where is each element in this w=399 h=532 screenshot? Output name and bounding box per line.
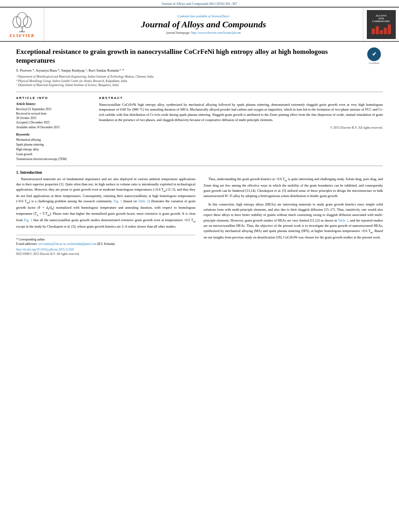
logo-bar-4	[384, 28, 387, 34]
intro-two-col: Nanostructured materials are of fundamen…	[16, 177, 383, 256]
copyright-line: © 2015 Elsevier B.V. All rights reserved…	[99, 126, 383, 129]
footnote-section: * Corresponding author. E-mail addresses…	[16, 235, 195, 256]
fig1-link-2[interactable]: Fig. 1	[24, 218, 32, 222]
abstract-col: ABSTRACT Nanocrystalline CoCrFeNi high e…	[99, 96, 383, 162]
keyword-2: Spark plasma sintering	[16, 142, 93, 147]
keyword-1: Mechanical alloying	[16, 138, 93, 142]
intro-right-para1: Thus, understanding the grain growth kin…	[204, 177, 383, 199]
elsevier-logo: ELSEVIER	[0, 8, 44, 41]
article-info-abstract-section: ARTICLE INFO Article history: Received 2…	[16, 96, 383, 162]
affiliation-a: ᵃ Department of Metallurgical and Materi…	[16, 75, 383, 79]
journal-homepage: journal homepage: http://www.elsevier.co…	[166, 31, 241, 35]
keyword-4: Grain growth	[16, 152, 93, 157]
table1-link-2[interactable]: Table 1	[338, 218, 348, 222]
paper-title-section: Exceptional resistance to grain growth i…	[16, 47, 383, 65]
available-online: Available online 10 December 2015	[16, 125, 93, 129]
journal-right-logo: ALLOYSANDCOMPOUNDS	[363, 8, 399, 41]
svg-point-0	[16, 12, 28, 27]
fig1-link[interactable]: Fig. 1	[113, 199, 122, 203]
keywords-label: Keywords:	[16, 133, 93, 136]
logo-bar-1	[372, 29, 375, 34]
affiliation-b: ᵇ Physical Metallurgy Group, Indira Gand…	[16, 79, 383, 84]
email-link-2[interactable]: ravikottada@gmail.com	[67, 242, 97, 246]
keywords-section: Keywords: Mechanical alloying Spark plas…	[16, 133, 93, 162]
email-link-1[interactable]: ravi.sankar@iitm.ac.in	[38, 242, 66, 246]
main-body: 1. Introduction Nanostructured materials…	[0, 170, 399, 264]
intro-left-text: Nanostructured materials are of fundamen…	[16, 177, 195, 229]
issn-line: 0925-8388/© 2015 Elsevier B.V. All right…	[16, 252, 195, 256]
received-revised-date: 30 October 2015	[16, 116, 93, 120]
paper-content: Exceptional resistance to grain growth i…	[0, 42, 399, 166]
journal-homepage-link[interactable]: http://www.elsevier.com/locate/jalcom	[191, 31, 241, 35]
intro-left-col: Nanostructured materials are of fundamen…	[16, 177, 195, 256]
journal-center-info: Contents lists available at ScienceDirec…	[44, 8, 363, 41]
abstract-heading: ABSTRACT	[99, 96, 383, 100]
doi-link[interactable]: http://dx.doi.org/10.1016/j.jallcom.2015…	[16, 248, 74, 251]
elsevier-wordmark: ELSEVIER	[10, 33, 35, 38]
logo-bar-5	[388, 25, 391, 34]
table1-link[interactable]: Table 1	[138, 199, 148, 203]
intro-section-title: 1. Introduction	[16, 170, 383, 175]
footnote-corresponding: * Corresponding author.	[16, 237, 195, 242]
received-revised-label: Received in revised form	[16, 111, 93, 116]
logo-bar-2	[376, 26, 379, 34]
doi-line: http://dx.doi.org/10.1016/j.jallcom.2015…	[16, 248, 195, 251]
authors-line: S. Praveen ᵃ, Joysurya Basu ᵇ, Sanjay Ka…	[16, 68, 383, 72]
abstract-text: Nanocrystalline CoCrFeNi high entropy al…	[99, 102, 383, 123]
accepted-date: Accepted 2 December 2015	[16, 120, 93, 125]
crossmark-label: CrossMark	[369, 62, 380, 64]
crossmark: ✔ CrossMark	[365, 47, 383, 64]
received-date-1: Received 21 September 2015	[16, 107, 93, 111]
journal-citation: Journal of Alloys and Compounds 662 (201…	[162, 2, 237, 6]
crossmark-icon: ✔	[367, 47, 381, 61]
paper-title: Exceptional resistance to grain growth i…	[16, 47, 361, 65]
divider-after-affiliations	[16, 92, 383, 92]
elsevier-logo-icon	[8, 11, 36, 33]
article-history-label: Article history:	[16, 102, 93, 106]
keyword-3: High entropy alloy	[16, 147, 93, 152]
footnote-email: E-mail addresses: ravi.sankar@iitm.ac.in…	[16, 242, 195, 246]
intro-right-col: Thus, understanding the grain growth kin…	[204, 177, 383, 256]
contents-available: Contents lists available at ScienceDirec…	[178, 14, 230, 18]
journal-header: ELSEVIER Contents lists available at Sci…	[0, 7, 399, 42]
affiliation-c: ᶜ Department of Materials Engineering, I…	[16, 83, 383, 88]
journal-title: Journal of Alloys and Compounds	[141, 19, 266, 30]
logo-bar-3	[380, 30, 383, 34]
abstract-body: Nanocrystalline CoCrFeNi high entropy al…	[99, 103, 383, 122]
journal-logo-box: ALLOYSANDCOMPOUNDS	[367, 10, 396, 39]
divider-before-body	[16, 166, 383, 166]
article-info-heading: ARTICLE INFO	[16, 96, 93, 100]
article-info-col: ARTICLE INFO Article history: Received 2…	[16, 96, 93, 162]
keyword-5: Transmission electron microscopy (TEM)	[16, 157, 93, 162]
journal-header-bar: Journal of Alloys and Compounds 662 (201…	[0, 0, 399, 7]
affiliations: ᵃ Department of Metallurgical and Materi…	[16, 75, 383, 88]
intro-right-para2: In this connection, high entropy alloys …	[204, 202, 383, 240]
